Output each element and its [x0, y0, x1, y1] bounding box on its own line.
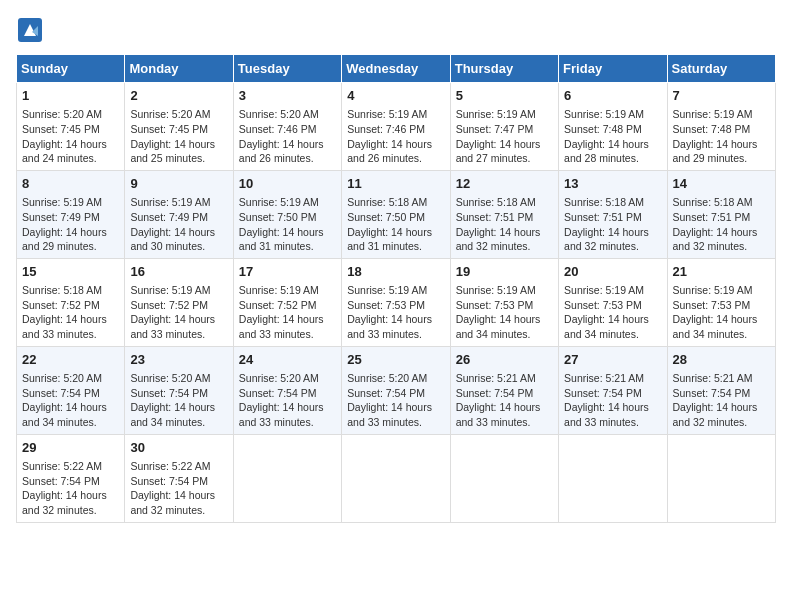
day-header-monday: Monday	[125, 55, 233, 83]
calendar-cell: 25Sunrise: 5:20 AM Sunset: 7:54 PM Dayli…	[342, 346, 450, 434]
day-info: Sunrise: 5:19 AM Sunset: 7:53 PM Dayligh…	[347, 283, 444, 342]
day-number: 14	[673, 175, 770, 193]
day-info: Sunrise: 5:18 AM Sunset: 7:51 PM Dayligh…	[564, 195, 661, 254]
calendar-cell: 28Sunrise: 5:21 AM Sunset: 7:54 PM Dayli…	[667, 346, 775, 434]
calendar-cell: 1Sunrise: 5:20 AM Sunset: 7:45 PM Daylig…	[17, 83, 125, 171]
calendar-cell: 17Sunrise: 5:19 AM Sunset: 7:52 PM Dayli…	[233, 258, 341, 346]
calendar-cell: 13Sunrise: 5:18 AM Sunset: 7:51 PM Dayli…	[559, 170, 667, 258]
calendar-body: 1Sunrise: 5:20 AM Sunset: 7:45 PM Daylig…	[17, 83, 776, 523]
day-number: 17	[239, 263, 336, 281]
day-info: Sunrise: 5:19 AM Sunset: 7:48 PM Dayligh…	[673, 107, 770, 166]
calendar-cell: 20Sunrise: 5:19 AM Sunset: 7:53 PM Dayli…	[559, 258, 667, 346]
day-info: Sunrise: 5:18 AM Sunset: 7:51 PM Dayligh…	[673, 195, 770, 254]
calendar-cell: 9Sunrise: 5:19 AM Sunset: 7:49 PM Daylig…	[125, 170, 233, 258]
calendar-cell: 15Sunrise: 5:18 AM Sunset: 7:52 PM Dayli…	[17, 258, 125, 346]
calendar-cell: 10Sunrise: 5:19 AM Sunset: 7:50 PM Dayli…	[233, 170, 341, 258]
day-info: Sunrise: 5:22 AM Sunset: 7:54 PM Dayligh…	[22, 459, 119, 518]
day-number: 20	[564, 263, 661, 281]
calendar-cell: 16Sunrise: 5:19 AM Sunset: 7:52 PM Dayli…	[125, 258, 233, 346]
day-number: 16	[130, 263, 227, 281]
day-number: 24	[239, 351, 336, 369]
calendar-cell: 12Sunrise: 5:18 AM Sunset: 7:51 PM Dayli…	[450, 170, 558, 258]
calendar-cell: 29Sunrise: 5:22 AM Sunset: 7:54 PM Dayli…	[17, 434, 125, 522]
day-info: Sunrise: 5:20 AM Sunset: 7:45 PM Dayligh…	[130, 107, 227, 166]
day-number: 25	[347, 351, 444, 369]
day-info: Sunrise: 5:18 AM Sunset: 7:51 PM Dayligh…	[456, 195, 553, 254]
day-header-tuesday: Tuesday	[233, 55, 341, 83]
day-info: Sunrise: 5:20 AM Sunset: 7:54 PM Dayligh…	[130, 371, 227, 430]
calendar-week-4: 22Sunrise: 5:20 AM Sunset: 7:54 PM Dayli…	[17, 346, 776, 434]
day-header-saturday: Saturday	[667, 55, 775, 83]
logo	[16, 16, 48, 44]
calendar-week-1: 1Sunrise: 5:20 AM Sunset: 7:45 PM Daylig…	[17, 83, 776, 171]
calendar-cell: 30Sunrise: 5:22 AM Sunset: 7:54 PM Dayli…	[125, 434, 233, 522]
header	[16, 16, 776, 44]
day-info: Sunrise: 5:19 AM Sunset: 7:49 PM Dayligh…	[22, 195, 119, 254]
day-number: 15	[22, 263, 119, 281]
day-number: 7	[673, 87, 770, 105]
day-info: Sunrise: 5:19 AM Sunset: 7:49 PM Dayligh…	[130, 195, 227, 254]
logo-icon	[16, 16, 44, 44]
day-header-wednesday: Wednesday	[342, 55, 450, 83]
calendar-cell: 4Sunrise: 5:19 AM Sunset: 7:46 PM Daylig…	[342, 83, 450, 171]
day-number: 27	[564, 351, 661, 369]
day-info: Sunrise: 5:19 AM Sunset: 7:52 PM Dayligh…	[130, 283, 227, 342]
calendar-cell	[450, 434, 558, 522]
calendar-cell	[559, 434, 667, 522]
day-info: Sunrise: 5:19 AM Sunset: 7:50 PM Dayligh…	[239, 195, 336, 254]
calendar-cell: 8Sunrise: 5:19 AM Sunset: 7:49 PM Daylig…	[17, 170, 125, 258]
day-number: 12	[456, 175, 553, 193]
day-number: 26	[456, 351, 553, 369]
calendar-cell: 7Sunrise: 5:19 AM Sunset: 7:48 PM Daylig…	[667, 83, 775, 171]
day-info: Sunrise: 5:21 AM Sunset: 7:54 PM Dayligh…	[456, 371, 553, 430]
calendar-cell: 27Sunrise: 5:21 AM Sunset: 7:54 PM Dayli…	[559, 346, 667, 434]
day-info: Sunrise: 5:19 AM Sunset: 7:46 PM Dayligh…	[347, 107, 444, 166]
day-info: Sunrise: 5:19 AM Sunset: 7:53 PM Dayligh…	[564, 283, 661, 342]
calendar-cell: 5Sunrise: 5:19 AM Sunset: 7:47 PM Daylig…	[450, 83, 558, 171]
day-info: Sunrise: 5:20 AM Sunset: 7:46 PM Dayligh…	[239, 107, 336, 166]
calendar-cell	[233, 434, 341, 522]
day-info: Sunrise: 5:18 AM Sunset: 7:50 PM Dayligh…	[347, 195, 444, 254]
day-info: Sunrise: 5:19 AM Sunset: 7:53 PM Dayligh…	[673, 283, 770, 342]
day-header-sunday: Sunday	[17, 55, 125, 83]
day-info: Sunrise: 5:20 AM Sunset: 7:45 PM Dayligh…	[22, 107, 119, 166]
calendar-cell: 3Sunrise: 5:20 AM Sunset: 7:46 PM Daylig…	[233, 83, 341, 171]
calendar-week-3: 15Sunrise: 5:18 AM Sunset: 7:52 PM Dayli…	[17, 258, 776, 346]
day-info: Sunrise: 5:20 AM Sunset: 7:54 PM Dayligh…	[22, 371, 119, 430]
day-number: 28	[673, 351, 770, 369]
day-info: Sunrise: 5:19 AM Sunset: 7:47 PM Dayligh…	[456, 107, 553, 166]
day-info: Sunrise: 5:21 AM Sunset: 7:54 PM Dayligh…	[564, 371, 661, 430]
calendar-cell: 22Sunrise: 5:20 AM Sunset: 7:54 PM Dayli…	[17, 346, 125, 434]
calendar-table: SundayMondayTuesdayWednesdayThursdayFrid…	[16, 54, 776, 523]
calendar-cell: 18Sunrise: 5:19 AM Sunset: 7:53 PM Dayli…	[342, 258, 450, 346]
day-number: 2	[130, 87, 227, 105]
calendar-cell: 21Sunrise: 5:19 AM Sunset: 7:53 PM Dayli…	[667, 258, 775, 346]
calendar-cell: 2Sunrise: 5:20 AM Sunset: 7:45 PM Daylig…	[125, 83, 233, 171]
day-number: 22	[22, 351, 119, 369]
day-header-thursday: Thursday	[450, 55, 558, 83]
day-info: Sunrise: 5:21 AM Sunset: 7:54 PM Dayligh…	[673, 371, 770, 430]
day-number: 19	[456, 263, 553, 281]
day-info: Sunrise: 5:19 AM Sunset: 7:53 PM Dayligh…	[456, 283, 553, 342]
day-info: Sunrise: 5:19 AM Sunset: 7:48 PM Dayligh…	[564, 107, 661, 166]
day-number: 9	[130, 175, 227, 193]
day-number: 1	[22, 87, 119, 105]
day-number: 8	[22, 175, 119, 193]
calendar-header-row: SundayMondayTuesdayWednesdayThursdayFrid…	[17, 55, 776, 83]
day-number: 29	[22, 439, 119, 457]
calendar-cell: 19Sunrise: 5:19 AM Sunset: 7:53 PM Dayli…	[450, 258, 558, 346]
calendar-cell: 11Sunrise: 5:18 AM Sunset: 7:50 PM Dayli…	[342, 170, 450, 258]
day-number: 6	[564, 87, 661, 105]
day-number: 23	[130, 351, 227, 369]
day-number: 18	[347, 263, 444, 281]
day-number: 10	[239, 175, 336, 193]
day-info: Sunrise: 5:20 AM Sunset: 7:54 PM Dayligh…	[239, 371, 336, 430]
calendar-cell: 6Sunrise: 5:19 AM Sunset: 7:48 PM Daylig…	[559, 83, 667, 171]
day-info: Sunrise: 5:22 AM Sunset: 7:54 PM Dayligh…	[130, 459, 227, 518]
day-info: Sunrise: 5:19 AM Sunset: 7:52 PM Dayligh…	[239, 283, 336, 342]
calendar-cell: 14Sunrise: 5:18 AM Sunset: 7:51 PM Dayli…	[667, 170, 775, 258]
calendar-cell	[667, 434, 775, 522]
day-header-friday: Friday	[559, 55, 667, 83]
calendar-week-2: 8Sunrise: 5:19 AM Sunset: 7:49 PM Daylig…	[17, 170, 776, 258]
calendar-cell: 23Sunrise: 5:20 AM Sunset: 7:54 PM Dayli…	[125, 346, 233, 434]
